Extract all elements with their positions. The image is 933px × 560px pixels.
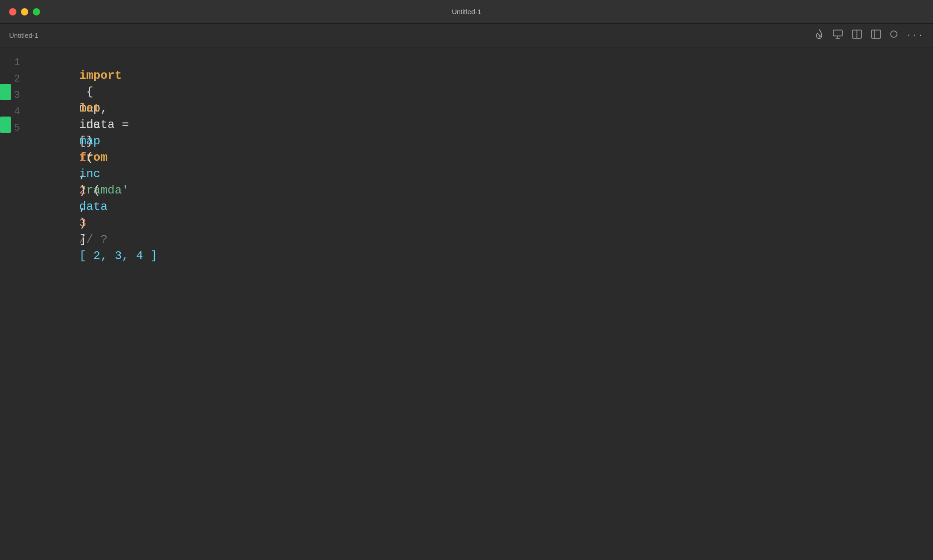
code-line-4: [36, 100, 929, 117]
toolbar-actions: ···: [815, 29, 924, 42]
title-bar: Untitled-1: [0, 0, 933, 24]
toolbar: Untitled-1: [0, 24, 933, 47]
line-num-1: 1: [14, 55, 20, 71]
line-indicator-5: [0, 117, 11, 133]
close-button[interactable]: [9, 8, 16, 15]
punct-paren-2: ) (: [79, 183, 101, 197]
line-indicator-3: [0, 84, 11, 100]
maximize-button[interactable]: [33, 8, 40, 15]
sidebar-icon[interactable]: [871, 30, 881, 41]
line-num-2: 2: [14, 71, 20, 87]
line-num-3: 3: [14, 87, 20, 104]
file-name-label: Untitled-1: [9, 31, 38, 39]
code-editor[interactable]: import { map, inc } from 'ramda' let dat…: [27, 47, 929, 560]
traffic-lights: [9, 8, 40, 15]
scrollbar[interactable]: [929, 47, 933, 560]
circle-icon[interactable]: [890, 31, 897, 40]
window-title: Untitled-1: [452, 8, 481, 15]
gutter: 1 2 3 4 5: [0, 47, 27, 560]
fn-map: map: [79, 134, 101, 148]
monitor-icon[interactable]: [833, 30, 843, 41]
editor-area: 1 2 3 4 5 import { map, inc } from 'ramd…: [0, 47, 933, 560]
line-num-4: 4: [14, 104, 20, 120]
svg-point-5: [891, 31, 897, 37]
result-value: [ 2, 3, 4 ]: [79, 249, 158, 263]
code-line-2: [36, 67, 929, 84]
flame-icon[interactable]: [815, 29, 824, 42]
line-num-5: 5: [14, 120, 20, 137]
code-line-1: import { map, inc } from 'ramda': [36, 51, 929, 67]
code-line-3: let data = [ 1 , 2 , 3 ]: [36, 84, 929, 100]
keyword-let: let: [79, 102, 101, 115]
punct-paren-3: ): [79, 216, 93, 230]
keyword-import: import: [79, 69, 122, 82]
fn-inc: inc: [79, 167, 101, 181]
minimize-button[interactable]: [21, 8, 28, 15]
code-line-5: map ( inc ) ( data ) // ? [ 2, 3, 4 ]: [36, 117, 929, 133]
svg-rect-0: [833, 30, 842, 36]
svg-rect-3: [871, 30, 881, 38]
columns-icon[interactable]: [852, 30, 862, 41]
more-menu-icon[interactable]: ···: [907, 31, 924, 40]
punct-paren-1: (: [79, 151, 93, 164]
fn-data: data: [79, 200, 108, 214]
punct-brace-open: {: [79, 85, 101, 99]
comment-question: // ?: [79, 233, 115, 246]
identifier-data: data =: [79, 118, 136, 132]
